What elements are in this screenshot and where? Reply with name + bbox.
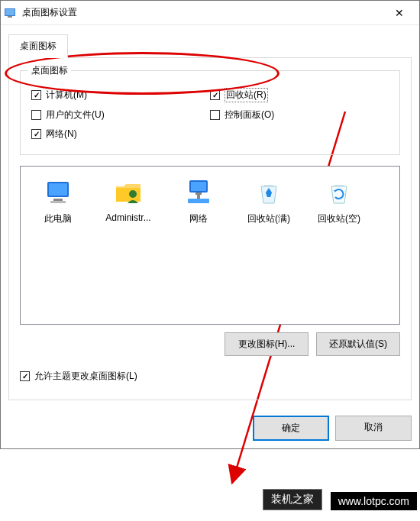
icon-label: 此电脑 [25,212,91,225]
svg-rect-4 [49,183,67,196]
ok-button[interactable]: 确定 [253,416,329,441]
icon-label: 回收站(满) [236,212,302,225]
tab-desktop-icons[interactable]: 桌面图标 [8,34,68,58]
svg-rect-12 [197,195,200,199]
checkbox-controlpanel[interactable] [210,110,220,120]
titlebar: 桌面图标设置 ✕ [1,1,419,25]
icon-buttons-row: 更改图标(H)... 还原默认值(S) [20,332,400,356]
dialog-window: 桌面图标设置 ✕ 桌面图标 桌面图标 计算机(M) 回收站(R) [0,0,420,449]
network-icon [183,177,214,208]
icon-item-recycle-full[interactable]: 回收站(满) [236,174,302,225]
dialog-button-row: 确定 取消 [1,408,419,448]
icon-label: Administr... [95,212,161,223]
group-desktop-icons: 桌面图标 计算机(M) 回收站(R) 用户的文件(U) [20,70,400,155]
app-icon [4,7,16,19]
checkbox-allow-theme[interactable] [20,371,30,381]
label-userfiles: 用户的文件(U) [46,108,105,121]
checkbox-recycle[interactable] [210,90,220,100]
svg-rect-11 [188,199,209,203]
label-computer: 计算机(M) [46,89,87,102]
checkbox-computer[interactable] [31,90,41,100]
tabstrip: 桌面图标 [8,34,412,58]
svg-point-7 [129,190,137,198]
icon-preview-area[interactable]: 此电脑 Administr... 网络 [20,166,400,325]
label-allow-theme: 允许主题更改桌面图标(L) [34,370,137,383]
recycle-empty-icon [324,177,354,208]
recycle-full-icon [254,177,284,208]
client-area: 桌面图标 桌面图标 计算机(M) 回收站(R) [1,25,419,408]
svg-rect-10 [195,193,202,195]
checkbox-userfiles[interactable] [31,110,41,120]
restore-default-button[interactable]: 还原默认值(S) [316,332,400,356]
overlay-url: www.lotpc.com [331,492,417,510]
group-legend: 桌面图标 [28,64,71,77]
icon-label: 网络 [166,212,231,225]
window-title: 桌面图标设置 [22,6,383,19]
close-button[interactable]: ✕ [383,2,416,24]
icon-item-thispc[interactable]: 此电脑 [25,174,91,225]
folder-user-icon [113,177,144,208]
icon-item-network[interactable]: 网络 [166,174,231,225]
label-network: 网络(N) [46,128,77,141]
change-icon-button[interactable]: 更改图标(H)... [225,332,309,356]
overlay-brand: 装机之家 [263,489,322,510]
cancel-button[interactable]: 取消 [335,416,412,441]
icon-label: 回收站(空) [306,212,372,225]
svg-rect-9 [191,182,206,191]
checkbox-network[interactable] [31,129,41,139]
thispc-icon [43,177,73,208]
tab-panel: 桌面图标 计算机(M) 回收站(R) 用户的文件(U) [8,57,412,400]
svg-rect-6 [50,201,66,203]
svg-rect-1 [5,9,15,15]
label-recycle: 回收站(R) [225,88,268,102]
icon-item-admin[interactable]: Administr... [95,174,161,225]
icon-item-recycle-empty[interactable]: 回收站(空) [306,174,372,225]
svg-rect-2 [8,16,12,18]
svg-rect-5 [53,199,63,201]
label-controlpanel: 控制面板(O) [225,108,274,121]
